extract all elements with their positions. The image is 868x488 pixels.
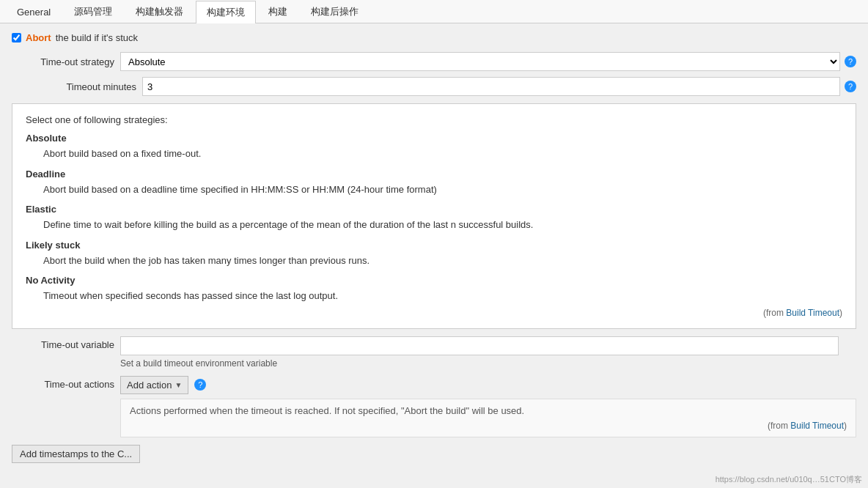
strategy-title-absolute: Absolute [26, 133, 842, 144]
tab-build-triggers[interactable]: 构建触发器 [125, 0, 194, 23]
actions-from-text2: ) [844, 421, 847, 431]
actions-from-text: (from [768, 421, 790, 431]
actions-description-box: Actions performed when the timeout is re… [120, 399, 856, 437]
abort-checkbox[interactable] [12, 33, 21, 42]
strategy-desc-no-activity: Timeout when specified seconds has passe… [43, 289, 842, 303]
tab-general[interactable]: General [6, 1, 62, 22]
timeout-minutes-help-icon[interactable]: ? [845, 81, 856, 92]
strategy-title-deadline: Deadline [26, 169, 842, 180]
timeout-actions-label: Time-out actions [12, 376, 114, 390]
timeout-actions-content: Add action ▼ ? Abort the build Fail the … [114, 376, 856, 437]
info-from-text: (from [763, 308, 786, 318]
timeout-variable-content: Set a build timeout environment variable [114, 336, 856, 369]
tab-build-env[interactable]: 构建环境 [196, 1, 256, 23]
strategy-title-elastic: Elastic [26, 204, 842, 215]
strategy-title-no-activity: No Activity [26, 275, 842, 286]
timeout-actions-help-icon[interactable]: ? [194, 379, 206, 391]
strategies-info-box: Select one of following strategies: Abso… [12, 103, 856, 329]
main-content: Abort the build if it's stuck Time-out s… [0, 23, 868, 472]
timeout-variable-label: Time-out variable [12, 336, 114, 350]
timeout-variable-input[interactable] [120, 336, 839, 355]
timeout-variable-hint: Set a build timeout environment variable [120, 358, 856, 369]
strategy-title-likely-stuck: Likely stuck [26, 240, 842, 251]
bottom-row: Add timestamps to the C... [12, 445, 856, 463]
strategy-desc-likely-stuck: Abort the build when the job has taken m… [43, 254, 842, 268]
timeout-strategy-help-icon[interactable]: ? [845, 56, 856, 67]
info-from-link-row: (from Build Timeout) [26, 303, 842, 318]
add-timestamps-button[interactable]: Add timestamps to the C... [12, 445, 140, 463]
info-intro: Select one of following strategies: [26, 114, 842, 125]
abort-checkbox-row: Abort the build if it's stuck [12, 32, 856, 43]
tab-source-management[interactable]: 源码管理 [63, 0, 123, 23]
timeout-minutes-label: Timeout minutes [34, 81, 136, 92]
timeout-minutes-input[interactable] [142, 77, 840, 96]
info-build-timeout-link[interactable]: Build Timeout [786, 308, 839, 318]
timeout-strategy-label: Time-out strategy [12, 56, 114, 67]
timeout-minutes-row: Timeout minutes ? [12, 77, 856, 96]
actions-description-text: Actions performed when the timeout is re… [130, 405, 524, 416]
strategy-desc-elastic: Define time to wait before killing the b… [43, 218, 842, 232]
info-from-text2: ) [839, 308, 842, 318]
actions-build-timeout-link[interactable]: Build Timeout [790, 421, 844, 431]
actions-from-link-row: (from Build Timeout) [130, 416, 847, 431]
add-action-label: Add action [127, 380, 172, 391]
abort-label-rest: the build if it's stuck [56, 32, 138, 43]
timeout-variable-row: Time-out variable Set a build timeout en… [12, 336, 856, 369]
add-timestamps-label: Add timestamps to the C... [20, 448, 132, 459]
tab-bar: General 源码管理 构建触发器 构建环境 构建 构建后操作 [0, 0, 868, 23]
add-action-button[interactable]: Add action ▼ [120, 376, 188, 394]
timeout-strategy-select[interactable]: Absolute Deadline Elastic Likely stuck N… [120, 52, 840, 71]
tab-post-build[interactable]: 构建后操作 [300, 0, 369, 23]
timeout-minutes-control: ? [142, 77, 856, 96]
strategy-desc-absolute: Abort build based on a fixed time-out. [43, 147, 842, 161]
tab-build[interactable]: 构建 [257, 0, 298, 23]
timeout-strategy-control: Absolute Deadline Elastic Likely stuck N… [120, 52, 856, 71]
add-action-arrow-icon: ▼ [174, 381, 182, 389]
abort-label: Abort [26, 32, 51, 43]
timeout-strategy-row: Time-out strategy Absolute Deadline Elas… [12, 52, 856, 71]
strategy-desc-deadline: Abort build based on a deadline time spe… [43, 182, 842, 197]
timeout-actions-row: Time-out actions Add action ▼ ? Abort th… [12, 376, 856, 437]
